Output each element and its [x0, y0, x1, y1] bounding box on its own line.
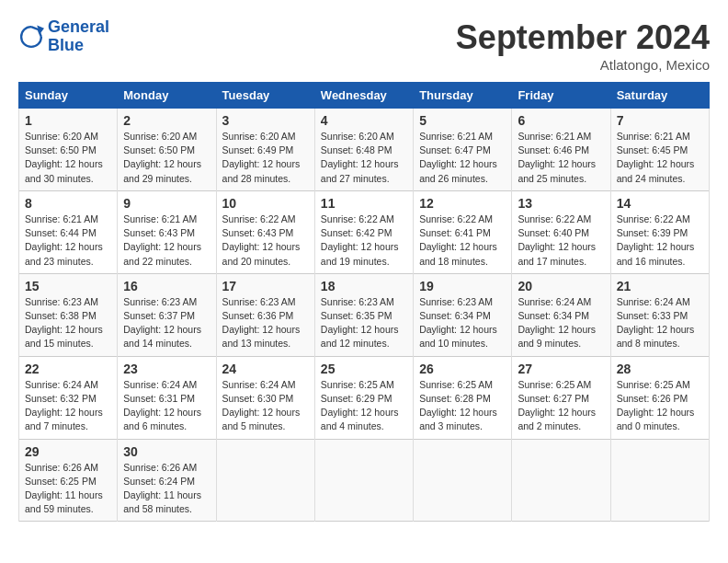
day-header-wednesday: Wednesday [314, 83, 413, 109]
calendar-cell: 7Sunrise: 6:21 AM Sunset: 6:45 PM Daylig… [610, 109, 709, 191]
day-number: 12 [419, 196, 506, 211]
calendar-cell: 5Sunrise: 6:21 AM Sunset: 6:47 PM Daylig… [414, 109, 512, 191]
calendar-cell: 22Sunrise: 6:24 AM Sunset: 6:32 PM Dayli… [19, 356, 118, 439]
day-number: 15 [25, 279, 111, 293]
day-number: 27 [518, 362, 604, 376]
calendar-cell: 1Sunrise: 6:20 AM Sunset: 6:50 PM Daylig… [19, 109, 118, 191]
day-number: 13 [518, 196, 604, 211]
day-number: 17 [222, 279, 309, 293]
day-header-tuesday: Tuesday [216, 83, 314, 109]
day-info: Sunrise: 6:21 AM Sunset: 6:43 PM Dayligh… [123, 213, 210, 269]
calendar-cell: 29Sunrise: 6:26 AM Sunset: 6:25 PM Dayli… [19, 439, 118, 522]
day-info: Sunrise: 6:25 AM Sunset: 6:26 PM Dayligh… [617, 378, 703, 434]
logo-text: General Blue [48, 18, 109, 55]
calendar-cell: 10Sunrise: 6:22 AM Sunset: 6:43 PM Dayli… [216, 190, 314, 273]
day-info: Sunrise: 6:24 AM Sunset: 6:32 PM Dayligh… [25, 378, 111, 434]
calendar-cell: 16Sunrise: 6:23 AM Sunset: 6:37 PM Dayli… [118, 273, 216, 356]
calendar-cell: 19Sunrise: 6:23 AM Sunset: 6:34 PM Dayli… [414, 273, 512, 356]
day-number: 7 [617, 113, 703, 128]
day-number: 18 [321, 279, 407, 293]
day-number: 10 [222, 196, 309, 211]
calendar-cell: 24Sunrise: 6:24 AM Sunset: 6:30 PM Dayli… [216, 356, 314, 439]
day-info: Sunrise: 6:25 AM Sunset: 6:27 PM Dayligh… [518, 378, 604, 434]
page-header: General Blue September 2024 Atlatongo, M… [18, 18, 710, 73]
calendar-cell: 8Sunrise: 6:21 AM Sunset: 6:44 PM Daylig… [19, 190, 118, 273]
day-header-monday: Monday [118, 83, 216, 109]
calendar-table: SundayMondayTuesdayWednesdayThursdayFrid… [18, 82, 710, 522]
day-info: Sunrise: 6:21 AM Sunset: 6:45 PM Dayligh… [617, 130, 703, 186]
day-number: 20 [518, 279, 604, 293]
calendar-cell: 28Sunrise: 6:25 AM Sunset: 6:26 PM Dayli… [610, 356, 709, 439]
calendar-cell [216, 439, 314, 522]
day-info: Sunrise: 6:20 AM Sunset: 6:50 PM Dayligh… [25, 130, 111, 186]
day-header-saturday: Saturday [610, 83, 709, 109]
calendar-cell: 15Sunrise: 6:23 AM Sunset: 6:38 PM Dayli… [19, 273, 118, 356]
calendar-week-row: 29Sunrise: 6:26 AM Sunset: 6:25 PM Dayli… [19, 439, 710, 522]
day-info: Sunrise: 6:22 AM Sunset: 6:43 PM Dayligh… [222, 213, 309, 269]
day-number: 16 [123, 279, 210, 293]
calendar-cell: 30Sunrise: 6:26 AM Sunset: 6:24 PM Dayli… [118, 439, 216, 522]
logo: General Blue [18, 18, 109, 55]
calendar-cell: 21Sunrise: 6:24 AM Sunset: 6:33 PM Dayli… [610, 273, 709, 356]
calendar-week-row: 8Sunrise: 6:21 AM Sunset: 6:44 PM Daylig… [19, 190, 710, 273]
day-info: Sunrise: 6:24 AM Sunset: 6:30 PM Dayligh… [222, 378, 309, 434]
day-info: Sunrise: 6:22 AM Sunset: 6:42 PM Dayligh… [321, 213, 407, 269]
calendar-cell [314, 439, 413, 522]
day-number: 4 [321, 113, 407, 128]
day-number: 1 [25, 113, 111, 128]
day-number: 14 [617, 196, 703, 211]
calendar-cell: 14Sunrise: 6:22 AM Sunset: 6:39 PM Dayli… [610, 190, 709, 273]
day-number: 28 [617, 362, 703, 376]
day-number: 24 [222, 362, 309, 376]
calendar-cell [610, 439, 709, 522]
day-header-friday: Friday [512, 83, 610, 109]
calendar-cell: 20Sunrise: 6:24 AM Sunset: 6:34 PM Dayli… [512, 273, 610, 356]
calendar-cell: 23Sunrise: 6:24 AM Sunset: 6:31 PM Dayli… [118, 356, 216, 439]
day-number: 22 [25, 362, 111, 376]
day-number: 5 [419, 113, 506, 128]
day-info: Sunrise: 6:25 AM Sunset: 6:29 PM Dayligh… [321, 378, 407, 434]
day-number: 29 [25, 444, 111, 459]
day-info: Sunrise: 6:23 AM Sunset: 6:34 PM Dayligh… [419, 295, 506, 351]
calendar-cell: 13Sunrise: 6:22 AM Sunset: 6:40 PM Dayli… [512, 190, 610, 273]
day-number: 8 [25, 196, 111, 211]
day-info: Sunrise: 6:25 AM Sunset: 6:28 PM Dayligh… [419, 378, 506, 434]
day-info: Sunrise: 6:23 AM Sunset: 6:38 PM Dayligh… [25, 295, 111, 351]
day-number: 2 [123, 113, 210, 128]
day-number: 11 [321, 196, 407, 211]
calendar-cell [414, 439, 512, 522]
location: Atlatongo, Mexico [456, 57, 710, 73]
calendar-header-row: SundayMondayTuesdayWednesdayThursdayFrid… [19, 83, 710, 109]
day-info: Sunrise: 6:22 AM Sunset: 6:40 PM Dayligh… [518, 213, 604, 269]
day-info: Sunrise: 6:24 AM Sunset: 6:34 PM Dayligh… [518, 295, 604, 351]
logo-icon [18, 24, 44, 50]
day-info: Sunrise: 6:26 AM Sunset: 6:24 PM Dayligh… [123, 461, 210, 517]
calendar-cell: 4Sunrise: 6:20 AM Sunset: 6:48 PM Daylig… [314, 109, 413, 191]
calendar-cell: 26Sunrise: 6:25 AM Sunset: 6:28 PM Dayli… [414, 356, 512, 439]
day-number: 3 [222, 113, 309, 128]
calendar-cell: 12Sunrise: 6:22 AM Sunset: 6:41 PM Dayli… [414, 190, 512, 273]
calendar-cell: 27Sunrise: 6:25 AM Sunset: 6:27 PM Dayli… [512, 356, 610, 439]
day-info: Sunrise: 6:22 AM Sunset: 6:39 PM Dayligh… [617, 213, 703, 269]
calendar-cell: 25Sunrise: 6:25 AM Sunset: 6:29 PM Dayli… [314, 356, 413, 439]
title-block: September 2024 Atlatongo, Mexico [456, 18, 710, 73]
calendar-cell: 2Sunrise: 6:20 AM Sunset: 6:50 PM Daylig… [118, 109, 216, 191]
day-info: Sunrise: 6:22 AM Sunset: 6:41 PM Dayligh… [419, 213, 506, 269]
calendar-cell: 6Sunrise: 6:21 AM Sunset: 6:46 PM Daylig… [512, 109, 610, 191]
day-number: 30 [123, 444, 210, 459]
day-info: Sunrise: 6:24 AM Sunset: 6:33 PM Dayligh… [617, 295, 703, 351]
day-number: 21 [617, 279, 703, 293]
day-info: Sunrise: 6:21 AM Sunset: 6:46 PM Dayligh… [518, 130, 604, 186]
day-number: 6 [518, 113, 604, 128]
day-info: Sunrise: 6:20 AM Sunset: 6:50 PM Dayligh… [123, 130, 210, 186]
day-number: 26 [419, 362, 506, 376]
day-number: 19 [419, 279, 506, 293]
month-title: September 2024 [456, 18, 710, 57]
day-info: Sunrise: 6:20 AM Sunset: 6:48 PM Dayligh… [321, 130, 407, 186]
day-info: Sunrise: 6:23 AM Sunset: 6:35 PM Dayligh… [321, 295, 407, 351]
calendar-week-row: 15Sunrise: 6:23 AM Sunset: 6:38 PM Dayli… [19, 273, 710, 356]
calendar-cell: 17Sunrise: 6:23 AM Sunset: 6:36 PM Dayli… [216, 273, 314, 356]
day-header-sunday: Sunday [19, 83, 118, 109]
calendar-week-row: 22Sunrise: 6:24 AM Sunset: 6:32 PM Dayli… [19, 356, 710, 439]
calendar-week-row: 1Sunrise: 6:20 AM Sunset: 6:50 PM Daylig… [19, 109, 710, 191]
